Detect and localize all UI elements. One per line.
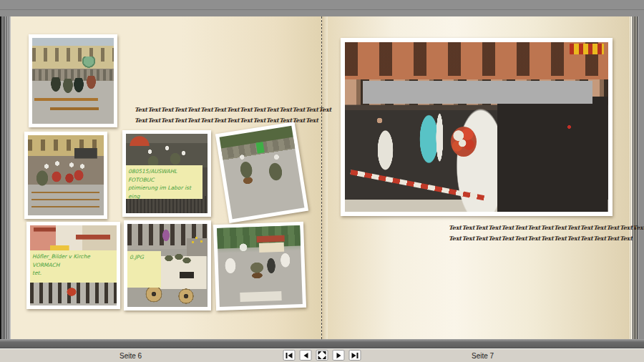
statusbar: Seite 6 xyxy=(0,348,644,362)
next-page-button[interactable] xyxy=(333,350,345,361)
photo-firefighters-action-tilted[interactable] xyxy=(215,122,308,223)
photo-image xyxy=(32,38,114,124)
text-line: Text Text Text Text Text Text Text Text … xyxy=(449,222,644,233)
text-line: Text Text Text Text Text Text Text Text … xyxy=(449,233,644,244)
next-page-icon xyxy=(336,353,341,358)
note-line: 0.JPG xyxy=(130,253,160,262)
top-chrome-bar xyxy=(0,0,644,10)
photo-men-lederhosen-cart[interactable] xyxy=(213,222,306,310)
filename-note: 0.JPG xyxy=(127,251,161,288)
photo-wooden-cart-helmets[interactable]: 0.JPG xyxy=(124,220,211,310)
text-block-right-page[interactable]: Text Text Text Text Text Text Text Text … xyxy=(449,222,644,244)
previous-page-button[interactable] xyxy=(300,350,312,361)
note-line: 080515/AUSWAHL FOTOBUC xyxy=(128,167,201,184)
page-navigation xyxy=(283,350,361,361)
fit-spread-icon-corner xyxy=(323,351,326,355)
filename-note: 080515/AUSWAHL FOTOBUC ptimierung im Lab… xyxy=(126,165,203,199)
photo-firefighters-at-tables[interactable] xyxy=(24,132,107,219)
page-number-right: Seite 7 xyxy=(472,352,494,360)
book-right-page-stack-edge xyxy=(630,16,639,339)
book-spine-gutter xyxy=(322,16,328,339)
photo-image xyxy=(28,135,104,215)
filename-note: Höfler_Bilder v Kirche VORMACH tet. xyxy=(30,250,117,283)
photo-street-scene-with-note[interactable]: Höfler_Bilder v Kirche VORMACH tet. xyxy=(26,222,120,309)
photobook-editor-window: 080515/AUSWAHL FOTOBUC ptimierung im Lab… xyxy=(0,0,644,362)
bridal-bouquet xyxy=(451,127,477,157)
photo-image: Höfler_Bilder v Kirche VORMACH tet. xyxy=(30,225,117,305)
first-page-button[interactable] xyxy=(283,350,296,361)
fit-spread-icon-corner xyxy=(318,351,322,355)
photo-image xyxy=(217,225,303,307)
photo-image: 0.JPG xyxy=(127,224,208,307)
fit-spread-icon xyxy=(318,351,326,359)
photo-image xyxy=(220,126,305,220)
last-page-button[interactable] xyxy=(349,350,361,361)
text-block-left-page[interactable]: Text Text Text Text Text Text Text Text … xyxy=(135,104,331,126)
text-line: Text Text Text Text Text Text Text Text … xyxy=(135,104,331,115)
book-left-page-stack-edge xyxy=(0,16,11,339)
photo-crowd-with-note[interactable]: 080515/AUSWAHL FOTOBUC ptimierung im Lab… xyxy=(122,130,211,217)
fit-spread-button[interactable] xyxy=(316,350,328,361)
text-line: Text Text Text Text Text Text Text Text … xyxy=(135,115,331,126)
fit-spread-icon-corner xyxy=(323,356,326,359)
viewport-bottom-edge xyxy=(0,339,644,348)
photo-image: 080515/AUSWAHL FOTOBUC ptimierung im Lab… xyxy=(126,134,208,213)
last-page-icon xyxy=(357,353,358,358)
first-page-icon xyxy=(286,353,288,358)
first-page-icon xyxy=(288,353,293,358)
photo-image xyxy=(345,42,608,212)
redaction-bar xyxy=(363,81,592,104)
yellow-shop-sign xyxy=(570,44,604,54)
last-page-icon xyxy=(352,353,356,358)
note-line: tet. xyxy=(32,269,117,278)
page-number-left: Seite 6 xyxy=(119,352,142,360)
photo-wedding-crowd[interactable] xyxy=(341,38,613,216)
previous-page-icon xyxy=(303,353,308,358)
fit-spread-icon-corner xyxy=(318,356,322,359)
note-line: ptimierung im Labor ist eing xyxy=(128,184,201,199)
barrier-tape xyxy=(350,170,484,200)
note-line: Höfler_Bilder v Kirche VORMACH xyxy=(32,253,117,269)
photo-village-square-tables[interactable] xyxy=(29,34,117,127)
